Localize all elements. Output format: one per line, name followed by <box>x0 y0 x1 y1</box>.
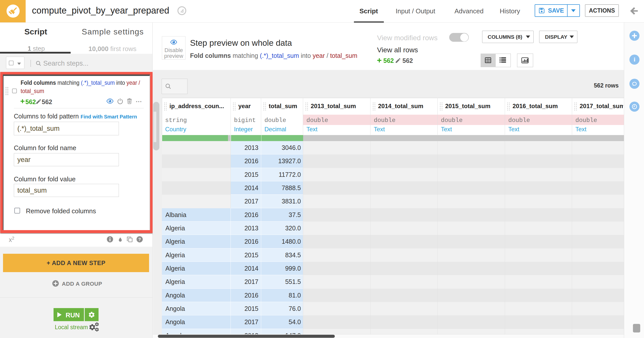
svg-text:?: ? <box>138 237 141 242</box>
